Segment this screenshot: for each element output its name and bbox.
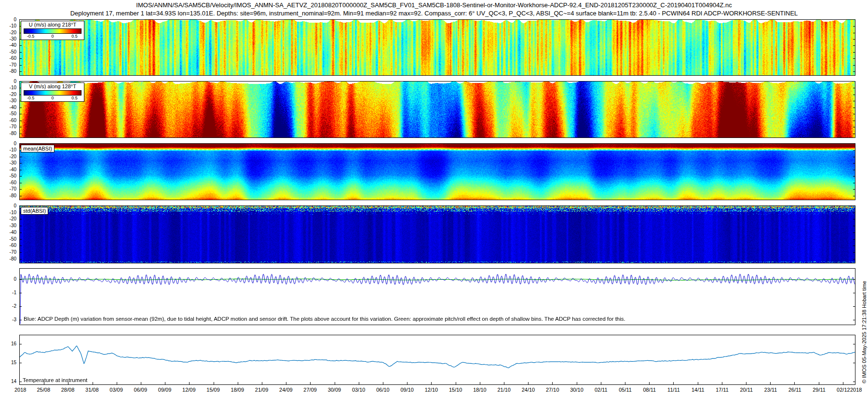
v-colorbar (24, 90, 81, 96)
x-tick-label: 20/11 (736, 387, 757, 393)
y-tick-label: -30 (0, 223, 16, 229)
y-tick-label: -60 (0, 118, 16, 123)
x-tick-label: 06/10 (372, 387, 393, 393)
y-tick-label: -2 (0, 303, 16, 309)
x-tick-label: 21/09 (251, 387, 272, 393)
y-tick-label: -10 (0, 147, 16, 153)
copyright-watermark: © IMOS 05-May-2025 17:21:38 Hobart time (861, 281, 867, 383)
y-tick-label: -40 (0, 230, 16, 235)
temperature-lineplot (20, 335, 855, 384)
x-tick-label: 09/10 (396, 387, 418, 393)
x-tick-label: 15/09 (203, 387, 224, 393)
x-tick-label: 03/09 (106, 387, 127, 393)
x-tick-label: 03/10 (348, 387, 369, 393)
y-tick-label: 0 (0, 17, 16, 23)
x-tick-label: 11/11 (663, 387, 684, 393)
panel-std-absi: std(ABSI) (19, 205, 855, 263)
y-tick-label: 16 (0, 341, 16, 347)
colorbar-tick-label: -0.5 (27, 34, 35, 39)
y-tick-label: -40 (0, 167, 16, 173)
y-tick-label: -80 (0, 131, 16, 137)
y-tick-label: -80 (0, 256, 16, 262)
figure-title-filename: IMOS/ANMN/SA/SAM5CB/Velocity/IMOS_ANMN-S… (0, 1, 868, 9)
y-tick-label: -1 (0, 290, 16, 296)
x-tick-label: 30/09 (324, 387, 345, 393)
y-tick-label: -60 (0, 180, 16, 186)
panel-temperature: Temperature at instrument (19, 335, 855, 385)
y-tick-label: -60 (0, 55, 16, 61)
x-tick-label: 27/09 (299, 387, 321, 393)
x-tick-label: 26/11 (784, 387, 805, 393)
colorbar-tick-label: 0.5 (71, 34, 78, 39)
x-tick-label: 25/08 (33, 387, 54, 393)
std-absi-heatmap (20, 206, 855, 263)
temperature-label: Temperature at instrument (23, 377, 87, 383)
y-tick-label: -30 (0, 160, 16, 166)
y-tick-label: -60 (0, 243, 16, 248)
x-tick-label: 17/11 (712, 387, 733, 393)
y-tick-label: 0 (0, 79, 16, 84)
std-absi-label: std(ABSI) (21, 207, 48, 215)
y-tick-label: 15 (0, 360, 16, 366)
adcp-summary-figure: IMOS/ANMN/SA/SAM5CB/Velocity/IMOS_ANMN-S… (0, 0, 868, 410)
y-tick-label: 0 (0, 276, 16, 282)
y-tick-label: -70 (0, 186, 16, 192)
y-tick-label: 14 (0, 379, 16, 384)
v-velocity-heatmap (20, 82, 855, 137)
x-tick-label: 18/10 (469, 387, 490, 393)
x-tick-label: 29/11 (809, 387, 830, 393)
x-tick-label: 14/11 (687, 387, 708, 393)
y-tick-label: -70 (0, 62, 16, 68)
x-tick-label: 02/12 (833, 387, 854, 393)
y-tick-label: -50 (0, 173, 16, 179)
y-tick-label: -80 (0, 68, 16, 74)
colorbar-tick-label: 0 (51, 96, 54, 100)
v-velocity-legend: V (m/s) along 128°T -0.5 0 0.5 (21, 82, 84, 102)
x-tick-label: 27/10 (542, 387, 563, 393)
x-tick-label: 21/10 (493, 387, 515, 393)
y-tick-label: -80 (0, 193, 16, 199)
x-tick-label: 12/09 (178, 387, 200, 393)
u-colorbar (24, 28, 81, 34)
panel-v-velocity: V (m/s) along 128°T -0.5 0 0.5 (19, 81, 855, 138)
mean-absi-label: mean(ABSI) (21, 145, 54, 152)
x-tick-label: 18/09 (227, 387, 248, 393)
u-colorbar-ticks: -0.5 0 0.5 (24, 34, 81, 39)
x-axis-year-left: 2018 (14, 387, 26, 393)
y-tick-label: -70 (0, 249, 16, 255)
y-tick-label: -40 (0, 42, 16, 48)
x-tick-label: 12/10 (420, 387, 442, 393)
v-legend-title: V (m/s) along 128°T (24, 83, 81, 90)
y-tick-label: -30 (0, 36, 16, 42)
y-tick-label: -30 (0, 98, 16, 104)
colorbar-tick-label: 0.5 (71, 96, 78, 100)
y-tick-label: -3 (0, 317, 16, 323)
y-tick-label: -50 (0, 236, 16, 242)
colorbar-tick-label: 0 (51, 34, 54, 39)
u-velocity-heatmap (20, 20, 855, 75)
y-tick-label: -40 (0, 105, 16, 110)
y-tick-label: -50 (0, 111, 16, 117)
y-tick-label: 0 (0, 203, 16, 209)
panel-u-velocity: U (m/s) along 218°T -0.5 0 0.5 (19, 19, 855, 76)
y-tick-label: 0 (0, 141, 16, 147)
mean-absi-heatmap (20, 144, 855, 200)
y-tick-label: -20 (0, 30, 16, 36)
x-tick-label: 15/10 (445, 387, 466, 393)
panel-mean-absi: mean(ABSI) (19, 143, 855, 200)
x-tick-label: 02/11 (590, 387, 611, 393)
y-tick-label: -20 (0, 154, 16, 160)
figure-subtitle-deployment: Deployment 17, member 1 lat=34.93S lon=1… (0, 10, 868, 17)
y-tick-label: -10 (0, 23, 16, 29)
x-tick-label: 08/11 (639, 387, 660, 393)
y-tick-label: -20 (0, 216, 16, 222)
y-tick-label: -10 (0, 210, 16, 216)
x-tick-label: 05/11 (615, 387, 636, 393)
y-tick-label: -10 (0, 85, 16, 91)
x-tick-label: 09/09 (154, 387, 176, 393)
y-tick-label: -50 (0, 49, 16, 55)
u-velocity-legend: U (m/s) along 218°T -0.5 0 0.5 (21, 21, 84, 40)
x-tick-label: 23/11 (760, 387, 781, 393)
v-colorbar-ticks: -0.5 0 0.5 (24, 96, 81, 100)
depth-variation-annotation: Blue: ADCP Depth (m) variation from sens… (24, 316, 625, 322)
